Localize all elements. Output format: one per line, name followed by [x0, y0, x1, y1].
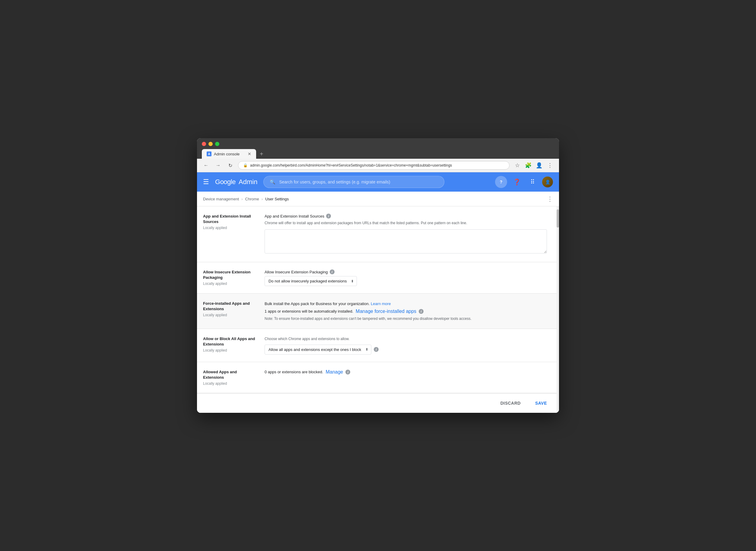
setting-name-app-extension: App and Extension Install Sources i — [264, 214, 547, 218]
manage-force-row: 1 apps or extensions will be automatical… — [264, 309, 547, 314]
forward-button[interactable]: → — [214, 161, 222, 169]
section-title-insecure: Allow Insecure Extension Packaging — [203, 269, 257, 280]
tabs-row: A Admin console ✕ + — [202, 149, 554, 159]
allow-block-select[interactable]: Allow all apps and extensions except the… — [264, 345, 371, 355]
url-text: admin.google.com/helperbird.com/AdminHom… — [250, 163, 452, 167]
insecure-select-wrapper: Do not allow insecurely packaged extensi… — [264, 276, 357, 286]
allow-block-all-apps-section: Allow or Block All Apps and Extensions L… — [197, 329, 559, 362]
active-tab[interactable]: A Admin console ✕ — [202, 149, 256, 159]
header-icons: ? ❓ ⠿ 👤 — [495, 176, 553, 188]
main-content: App and Extension Install Sources Locall… — [197, 206, 559, 413]
section-label-force: Force-installed Apps and Extensions Loca… — [203, 301, 257, 322]
scrollbar-thumb[interactable] — [557, 209, 559, 227]
app-extension-install-sources-section: App and Extension Install Sources Locall… — [197, 206, 559, 262]
maximize-button[interactable] — [215, 142, 219, 146]
bulk-install-label: Bulk install the Apps pack for Business … — [264, 302, 369, 306]
hamburger-menu-icon[interactable]: ☰ — [203, 178, 209, 186]
section-subtitle-insecure: Locally applied — [203, 282, 257, 286]
browser-titlebar: A Admin console ✕ + — [197, 138, 559, 159]
allowed-apps-section: Allowed Apps and Extensions Locally appl… — [197, 362, 559, 393]
traffic-lights — [202, 142, 554, 146]
save-button[interactable]: SAVE — [530, 398, 552, 408]
google-admin-logo: Google Admin — [215, 178, 257, 186]
info-icon-insecure[interactable]: i — [330, 269, 334, 274]
info-icon-force[interactable]: i — [419, 309, 424, 314]
section-label-app-extension: App and Extension Install Sources Locall… — [203, 214, 257, 255]
minimize-button[interactable] — [208, 142, 213, 146]
setting-name-insecure: Allow Insecure Extension Packaging i — [264, 269, 547, 274]
force-installed-apps-section: Force-installed Apps and Extensions Loca… — [197, 294, 559, 329]
apps-count-text: 1 apps or extensions will be automatical… — [264, 309, 353, 314]
manage-allowed-link[interactable]: Manage — [325, 369, 343, 375]
info-icon-allow-block[interactable]: i — [374, 347, 379, 352]
setting-desc-allow-block: Choose which Chrome apps and extensions … — [264, 336, 547, 342]
section-title-allowed: Allowed Apps and Extensions — [203, 369, 257, 380]
reload-button[interactable]: ↻ — [226, 161, 234, 169]
breadcrumb-bar: Device management › Chrome › User Settin… — [197, 191, 559, 206]
info-icon-allowed[interactable]: i — [345, 370, 350, 375]
back-button[interactable]: ← — [202, 161, 210, 169]
manage-allowed-row: 0 apps or extensions are blocked. Manage… — [264, 369, 547, 375]
breadcrumb-device-management[interactable]: Device management — [203, 197, 239, 201]
setting-name-text-insecure: Allow Insecure Extension Packaging — [264, 270, 328, 274]
discard-button[interactable]: DISCARD — [496, 398, 526, 408]
close-button[interactable] — [202, 142, 206, 146]
support-badge[interactable]: ? — [495, 176, 507, 188]
search-icon: 🔍 — [270, 179, 275, 185]
tab-favicon: A — [207, 151, 211, 156]
breadcrumb-sep-2: › — [261, 197, 263, 201]
section-title-app-extension: App and Extension Install Sources — [203, 214, 257, 224]
bookmark-icon[interactable]: ☆ — [513, 161, 522, 169]
profile-icon[interactable]: 👤 — [535, 161, 543, 169]
admin-header: ☰ Google Admin 🔍 Search for users, group… — [197, 172, 559, 191]
bulk-install-text: Bulk install the Apps pack for Business … — [264, 301, 547, 307]
apps-grid-icon[interactable]: ⠿ — [527, 176, 539, 188]
help-icon[interactable]: ❓ — [511, 176, 523, 188]
section-title-force: Force-installed Apps and Extensions — [203, 301, 257, 312]
search-bar[interactable]: 🔍 Search for users, groups, and settings… — [263, 176, 445, 188]
browser-window: A Admin console ✕ + ← → ↻ 🔒 admin.google… — [197, 138, 559, 413]
section-label-allowed: Allowed Apps and Extensions Locally appl… — [203, 369, 257, 386]
section-content-insecure: Allow Insecure Extension Packaging i Do … — [264, 269, 553, 286]
install-sources-textarea[interactable] — [264, 229, 547, 253]
section-title-allow-block: Allow or Block All Apps and Extensions — [203, 336, 257, 347]
more-options-icon[interactable]: ⋮ — [547, 195, 553, 202]
section-subtitle-allowed: Locally applied — [203, 382, 257, 386]
section-subtitle-force: Locally applied — [203, 313, 257, 317]
footer-bar: DISCARD SAVE — [197, 393, 559, 413]
scrollbar[interactable] — [557, 206, 559, 413]
breadcrumb-user-settings: User Settings — [265, 197, 289, 201]
breadcrumb-chrome[interactable]: Chrome — [245, 197, 259, 201]
insecure-extension-select[interactable]: Do not allow insecurely packaged extensi… — [264, 276, 357, 286]
info-icon-app-extension[interactable]: i — [326, 214, 331, 218]
section-content-force: Bulk install the Apps pack for Business … — [264, 301, 553, 322]
section-content-allowed: 0 apps or extensions are blocked. Manage… — [264, 369, 553, 386]
section-subtitle-app-extension: Locally applied — [203, 226, 257, 230]
extension-icon[interactable]: 🧩 — [524, 161, 533, 169]
google-text: Google — [215, 178, 236, 186]
allow-insecure-extension-section: Allow Insecure Extension Packaging Local… — [197, 262, 559, 294]
setting-name-text-app-extension: App and Extension Install Sources — [264, 214, 324, 218]
toolbar-actions: ☆ 🧩 👤 ⋮ — [513, 161, 554, 169]
allow-block-select-wrapper: Allow all apps and extensions except the… — [264, 345, 371, 355]
section-label-insecure: Allow Insecure Extension Packaging Local… — [203, 269, 257, 286]
section-label-allow-block: Allow or Block All Apps and Extensions L… — [203, 336, 257, 355]
section-subtitle-allow-block: Locally applied — [203, 348, 257, 353]
learn-more-link[interactable]: Learn more — [371, 302, 391, 306]
user-avatar[interactable]: 👤 — [542, 176, 553, 187]
blocked-count-text: 0 apps or extensions are blocked. — [264, 370, 323, 374]
address-bar[interactable]: 🔒 admin.google.com/helperbird.com/AdminH… — [238, 161, 510, 169]
section-content-app-extension: App and Extension Install Sources i Chro… — [264, 214, 553, 255]
search-placeholder-text: Search for users, groups, and settings (… — [279, 179, 390, 184]
setting-desc-app-extension: Chrome will offer to install app and ext… — [264, 220, 547, 226]
browser-toolbar: ← → ↻ 🔒 admin.google.com/helperbird.com/… — [197, 159, 559, 172]
manage-force-installed-link[interactable]: Manage force-installed apps — [356, 309, 416, 314]
tab-close-button[interactable]: ✕ — [248, 151, 251, 156]
tab-title: Admin console — [214, 152, 239, 156]
security-lock-icon: 🔒 — [243, 163, 248, 167]
new-tab-button[interactable]: + — [257, 150, 266, 157]
section-content-allow-block: Choose which Chrome apps and extensions … — [264, 336, 553, 355]
admin-text: Admin — [237, 178, 257, 186]
more-options-icon[interactable]: ⋮ — [546, 161, 554, 169]
force-installed-note: Note: To ensure force-installed apps and… — [264, 316, 547, 322]
